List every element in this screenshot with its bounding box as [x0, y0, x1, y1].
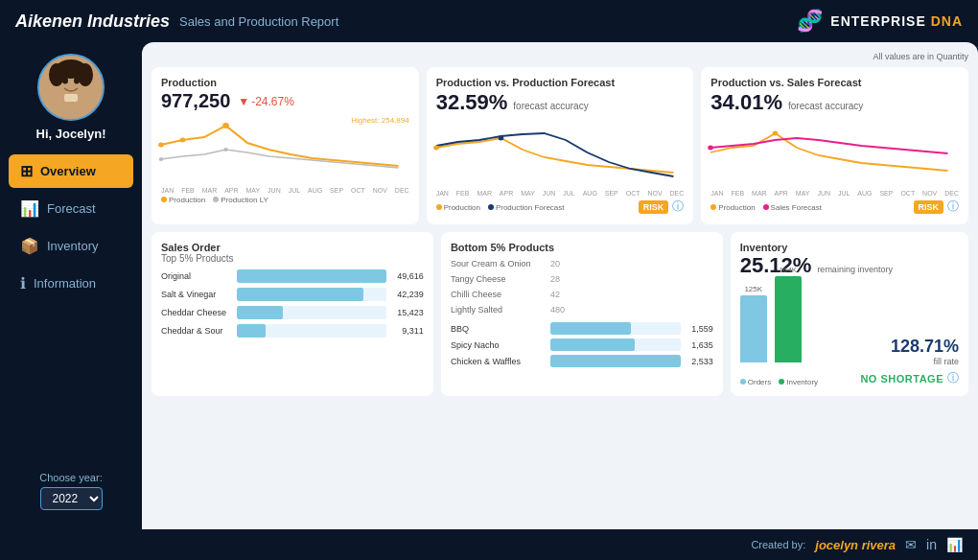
- pvs-sub: forecast accuracy: [788, 101, 863, 111]
- product-name-tangy: Tangy Cheese: [451, 274, 547, 284]
- svg-point-7: [62, 78, 68, 84]
- no-shortage-badge: NO SHORTAGE: [860, 373, 943, 385]
- product-track-bbq: [550, 322, 681, 335]
- chart-icon[interactable]: 📊: [946, 537, 963, 552]
- prod-vs-sales-card: Production vs. Sales Forecast 34.01% for…: [701, 67, 968, 224]
- bar-track-cheddarsour: [237, 324, 386, 338]
- production-value: 977,250: [161, 90, 230, 112]
- product-row-spicy: Spicy Nacho 1,635: [451, 338, 713, 351]
- pvs-value: 34.01%: [710, 90, 782, 115]
- footer: Created by: jocelyn rivera ✉ in 📊: [0, 529, 978, 560]
- content-area: All values are in Quantity Production 97…: [142, 42, 978, 529]
- pvs-info-icon[interactable]: ⓘ: [947, 198, 959, 215]
- fill-rate-label: fill rate: [811, 357, 959, 366]
- bar-val-original: 49,616: [390, 271, 424, 281]
- linkedin-icon[interactable]: in: [926, 537, 937, 552]
- sidebar: Hi, Jocelyn! ⊞ Overview 📊 Forecast 📦 Inv…: [0, 42, 142, 529]
- prod-vs-forecast-card: Production vs. Production Forecast 32.59…: [427, 67, 694, 224]
- product-val-chicken: 2,533: [685, 357, 713, 366]
- nav-label-overview: Overview: [40, 164, 96, 178]
- sales-bar-cheddar: Cheddar Cheese 15,423: [161, 306, 424, 319]
- nav-item-forecast[interactable]: 📊 Forecast: [9, 192, 133, 225]
- inventory-card: Inventory 25.12% remaining inventory 125…: [731, 232, 968, 396]
- highest-label: Highest: 254,894: [351, 116, 409, 125]
- pvf-title: Production vs. Production Forecast: [436, 77, 685, 88]
- sales-order-card: Sales Order Top 5% Products Original 49,…: [151, 232, 433, 396]
- main-layout: Hi, Jocelyn! ⊞ Overview 📊 Forecast 📦 Inv…: [0, 42, 978, 529]
- production-month-labels: JANFEBMARAPRMAYJUN JULAUGSEPOCTNOVDEC: [161, 187, 409, 194]
- nav-label-information: Information: [34, 276, 96, 291]
- year-select[interactable]: 2022 2021 2020: [40, 487, 103, 510]
- product-fill-bbq: [550, 322, 631, 335]
- svg-point-5: [49, 63, 64, 86]
- product-row-tangy: Tangy Cheese 28: [451, 274, 713, 284]
- bar-fill-cheddarsour: [237, 324, 266, 338]
- inventory-legend: Orders Inventory: [740, 378, 818, 386]
- avatar: [37, 54, 105, 121]
- production-title: Production: [161, 77, 409, 88]
- pvs-title: Production vs. Sales Forecast: [710, 77, 959, 88]
- svg-point-16: [498, 136, 503, 141]
- greeting: Hi, Jocelyn!: [36, 127, 106, 141]
- email-icon[interactable]: ✉: [905, 537, 917, 552]
- svg-point-6: [78, 63, 93, 86]
- bar-val-cheddarsour: 9,311: [390, 326, 424, 336]
- product-val-bbq: 1,559: [685, 324, 713, 334]
- pvf-risk-badge: RISK: [639, 200, 669, 214]
- inventory-icon: 📦: [20, 237, 39, 255]
- inventory-stats: 128.71% fill rate: [811, 337, 959, 366]
- product-fill-spicy: [550, 338, 635, 351]
- product-row-chicken: Chicken & Waffles 2,533: [451, 355, 713, 367]
- product-name-spicy: Spicy Nacho: [451, 340, 547, 350]
- footer-name: jocelyn rivera: [815, 538, 896, 552]
- product-name-chicken: Chicken & Waffles: [451, 357, 547, 366]
- nav-item-information[interactable]: ℹ Information: [9, 267, 133, 300]
- report-subtitle: Sales and Production Report: [179, 14, 338, 29]
- product-track-spicy: [550, 338, 681, 351]
- inventory-bottom: Orders Inventory NO SHORTAGE ⓘ: [740, 370, 959, 386]
- pvf-value: 32.59%: [436, 90, 508, 115]
- svg-point-18: [773, 131, 779, 136]
- inventory-info-icon[interactable]: ⓘ: [947, 370, 959, 386]
- product-val-chilli: 42: [550, 290, 579, 299]
- svg-point-12: [180, 138, 186, 143]
- product-row-lightlysalted: Lightly Salted 480: [451, 305, 713, 315]
- nav-label-inventory: Inventory: [47, 239, 98, 253]
- logo-text: ENTERPRISE DNA: [830, 13, 963, 29]
- year-label: Choose year:: [39, 472, 102, 483]
- product-fill-chicken: [550, 355, 681, 367]
- svg-point-13: [159, 157, 163, 161]
- nav-item-overview[interactable]: ⊞ Overview: [9, 154, 133, 188]
- all-values-note: All values are in Quantity: [151, 52, 968, 61]
- product-name-souronion: Sour Cream & Onion: [451, 259, 547, 268]
- nav-item-inventory[interactable]: 📦 Inventory: [9, 229, 133, 263]
- bar-val-saltvinegar: 42,239: [390, 290, 424, 299]
- bar-label-original: Original: [161, 271, 233, 281]
- pvf-info-icon[interactable]: ⓘ: [672, 198, 684, 215]
- bar-label-saltvinegar: Salt & Vinegar: [161, 290, 233, 299]
- inventory-chart: 125K 164K: [740, 280, 802, 366]
- bar-orders-label: 125K: [744, 285, 762, 293]
- top-cards-row: Production 977,250 ▼ -24.67% Highest: 25…: [151, 67, 968, 224]
- bar-label-cheddarsour: Cheddar & Sour: [161, 326, 233, 336]
- product-val-tangy: 28: [550, 274, 579, 284]
- product-row-bbq: BBQ 1,559: [451, 322, 713, 335]
- bar-inventory-rect: [775, 276, 802, 362]
- sales-bar-saltvinegar: Salt & Vinegar 42,239: [161, 288, 424, 301]
- pvs-risk-badge: RISK: [914, 200, 944, 214]
- product-val-spicy: 1,635: [685, 340, 713, 350]
- sales-order-sub: Top 5% Products: [161, 253, 424, 264]
- production-change: ▼ -24.67%: [238, 95, 294, 108]
- bar-label-cheddar: Cheddar Cheese: [161, 308, 233, 317]
- svg-rect-9: [64, 94, 78, 102]
- footer-text: Created by:: [751, 539, 805, 550]
- pvf-legend: Production Production Forecast: [436, 203, 565, 212]
- bar-track-original: [237, 269, 386, 283]
- bar-orders-rect: [740, 295, 767, 362]
- pvf-chart: [436, 119, 685, 186]
- bar-track-saltvinegar: [237, 288, 386, 301]
- year-section: Choose year: 2022 2021 2020: [39, 464, 102, 518]
- bottom-row: Sales Order Top 5% Products Original 49,…: [151, 232, 968, 396]
- inventory-sub: remaining inventory: [817, 265, 893, 274]
- bottom-products-card: Bottom 5% Products Sour Cream & Onion 20…: [441, 232, 723, 396]
